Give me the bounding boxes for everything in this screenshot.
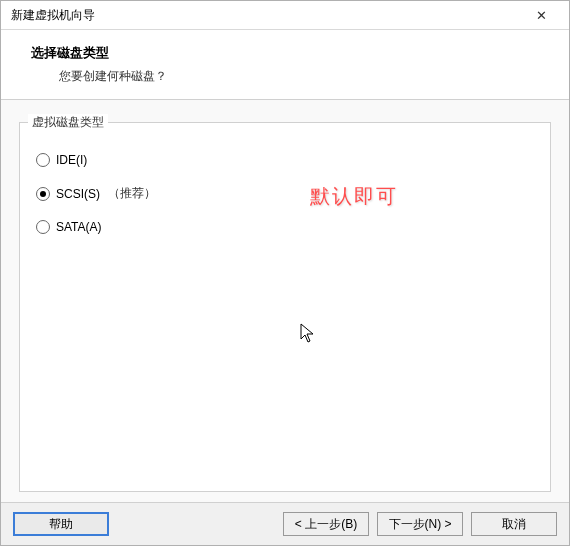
help-button[interactable]: 帮助 (13, 512, 109, 536)
wizard-content: 虚拟磁盘类型 IDE(I) SCSI(S) （推荐） SATA(A) 默认即可 (1, 100, 569, 502)
close-icon: ✕ (536, 8, 547, 23)
next-button[interactable]: 下一步(N) > (377, 512, 463, 536)
wizard-window: 新建虚拟机向导 ✕ 选择磁盘类型 您要创建何种磁盘？ 虚拟磁盘类型 IDE(I)… (0, 0, 570, 546)
button-label: 下一步(N) > (389, 516, 452, 533)
radio-icon (36, 220, 50, 234)
wizard-header: 选择磁盘类型 您要创建何种磁盘？ (1, 30, 569, 100)
back-button[interactable]: < 上一步(B) (283, 512, 369, 536)
cancel-button[interactable]: 取消 (471, 512, 557, 536)
radio-icon (36, 187, 50, 201)
wizard-footer: 帮助 < 上一步(B) 下一步(N) > 取消 (1, 502, 569, 545)
button-label: < 上一步(B) (295, 516, 357, 533)
group-legend: 虚拟磁盘类型 (28, 114, 108, 131)
radio-label: SATA(A) (56, 220, 102, 234)
window-title: 新建虚拟机向导 (11, 7, 521, 24)
button-label: 取消 (502, 516, 526, 533)
titlebar: 新建虚拟机向导 ✕ (1, 1, 569, 30)
radio-option-sata[interactable]: SATA(A) (36, 220, 534, 234)
disk-type-group: 虚拟磁盘类型 IDE(I) SCSI(S) （推荐） SATA(A) 默认即可 (19, 122, 551, 492)
radio-label: IDE(I) (56, 153, 87, 167)
radio-icon (36, 153, 50, 167)
radio-option-ide[interactable]: IDE(I) (36, 153, 534, 167)
radio-label: SCSI(S) (56, 187, 100, 201)
close-button[interactable]: ✕ (521, 1, 561, 29)
recommend-label: （推荐） (108, 185, 156, 202)
radio-option-scsi[interactable]: SCSI(S) （推荐） (36, 185, 534, 202)
button-label: 帮助 (49, 516, 73, 533)
cursor-icon (300, 323, 318, 345)
page-title: 选择磁盘类型 (31, 44, 549, 62)
page-subtitle: 您要创建何种磁盘？ (31, 68, 549, 85)
